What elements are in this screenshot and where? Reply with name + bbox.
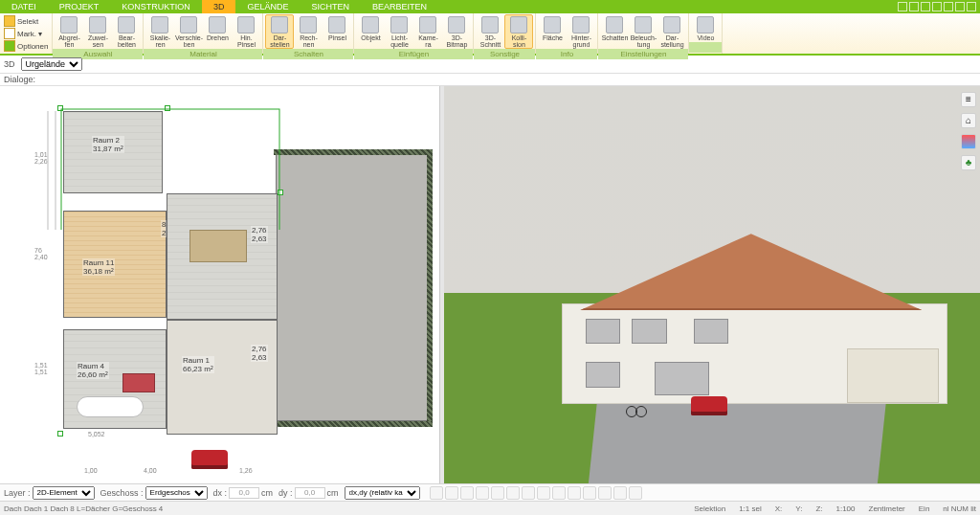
ribbon-btn-flaeche[interactable]: Fläche [538, 14, 567, 49]
ribbon-btn-abgreifen[interactable]: Abgrei- fen [55, 14, 83, 49]
bottom-toolbar: Layer : 2D-Element Geschoss : Erdgeschos… [0, 483, 980, 501]
tree-icon[interactable]: ♣ [961, 155, 976, 170]
tool-icon[interactable] [629, 486, 642, 500]
pane-3d-view[interactable]: ≡ ⌂ ♣ [444, 86, 980, 483]
ribbon-btn-objekt[interactable]: Objekt [356, 14, 385, 49]
ribbon-group-material: Skalie- renVerschie- benDrehenHin. Pinse… [144, 13, 263, 54]
ribbon-btn-label: Video [698, 34, 715, 41]
bottom-icon-row [430, 486, 642, 500]
ribbon-btn-video[interactable]: Video [691, 14, 720, 42]
ribbon-btn-kamera[interactable]: Kame- ra [413, 14, 442, 49]
coord-mode-select[interactable]: dx,dy (relativ ka [345, 486, 420, 500]
tool-icon[interactable] [491, 486, 504, 500]
sys-icon[interactable] [909, 2, 919, 11]
status-unit: Zentimeter [869, 504, 905, 513]
objekt-icon [362, 16, 379, 34]
dx-input[interactable] [229, 487, 259, 499]
material-icon[interactable] [961, 134, 976, 149]
dim-left-low: 1,51 1,51 [34, 362, 48, 375]
ribbon-btn-pinsel[interactable]: Pinsel [323, 14, 351, 49]
ribbon-btn-zuweisen[interactable]: Zuwei- sen [83, 14, 112, 49]
sys-icon[interactable] [932, 2, 942, 11]
dy-input[interactable] [295, 487, 325, 499]
status-bar: Dach Dach 1 Dach 8 L=Dächer G=Geschoss 4… [0, 501, 980, 515]
ribbon-btn-rechnen[interactable]: Rech- nen [294, 14, 323, 49]
ribbon-btn-3d-bitmap[interactable]: 3D- Bitmap [442, 14, 471, 49]
menu-tab-konstruktion[interactable]: KONSTRUKTION [110, 0, 202, 13]
room1-label: Raum 1 66,23 m² [182, 356, 214, 373]
ribbon-btn-lichtquelle[interactable]: Licht- quelle [385, 14, 413, 49]
mark-toggle[interactable]: Mark. ▾ [4, 28, 48, 39]
tool-icon[interactable] [613, 486, 627, 500]
tool-icon[interactable] [460, 486, 474, 500]
menu-tab-sichten[interactable]: SICHTEN [300, 0, 361, 13]
workspace: Raum 2 31,87 m² Raum 11 36,18 m² 88° 2,0… [0, 86, 980, 483]
tool-icon[interactable] [522, 486, 535, 500]
sys-icon[interactable] [898, 2, 907, 11]
tool-icon[interactable] [445, 486, 458, 500]
dim-bottom-c: 4,00 [144, 467, 157, 474]
ribbon-btn-hin-pinsel[interactable]: Hin. Pinsel [232, 14, 260, 49]
flaeche-icon [544, 16, 561, 34]
options-toggle[interactable]: Optionen [4, 40, 48, 52]
status-y: Y: [795, 504, 802, 513]
dy-unit: cm [327, 488, 339, 498]
options-label: Optionen [17, 42, 48, 51]
ribbon-btn-darstellen[interactable]: Dar- stellen [265, 14, 294, 49]
menu-tab-datei[interactable]: DATEI [0, 0, 48, 13]
ribbon-btn-label: Pinsel [328, 34, 346, 41]
verschieben-icon [180, 16, 197, 34]
tool-icon[interactable] [476, 486, 489, 500]
room11-label: Raum 11 36,18 m² [82, 258, 115, 276]
darstellung-icon [663, 16, 680, 34]
layer-select[interactable]: 2D-Element [33, 486, 95, 500]
geschoss-select[interactable]: Erdgeschos [145, 486, 208, 500]
dim-left-mid: 76 2,40 [34, 247, 48, 260]
tool-icon[interactable] [598, 486, 612, 500]
ribbon-btn-beleuchtung[interactable]: Beleuch- tung [629, 14, 657, 49]
ribbon-btn-verschieben[interactable]: Verschie- ben [174, 14, 203, 49]
tool-icon[interactable] [537, 486, 550, 500]
layer-dropdown[interactable]: Urgelände [21, 57, 82, 71]
ribbon-btn-kollision[interactable]: Kolli- sion [504, 14, 533, 49]
sys-icon[interactable] [967, 2, 976, 11]
menu-tab-bearbeiten[interactable]: BEARBEITEN [361, 0, 438, 13]
dx-unit: cm [261, 488, 273, 498]
ribbon-btn-label: Schatten [602, 34, 629, 41]
ribbon-btn-drehen[interactable]: Drehen [203, 14, 232, 49]
layers-icon[interactable]: ≡ [961, 92, 976, 107]
ribbon-btn-darstellung[interactable]: Dar- stellung [657, 14, 686, 49]
hin-pinsel-icon [237, 16, 255, 34]
ribbon-btn-hintergrund[interactable]: Hinter- grund [567, 14, 595, 49]
select-toggle[interactable]: Selekt [4, 15, 48, 27]
ribbon-btn-label: Objekt [361, 34, 380, 41]
tool-icon[interactable] [568, 486, 581, 500]
menu-tabs: DATEIPROJEKTKONSTRUKTION3DGELÄNDESICHTEN… [0, 0, 980, 13]
menu-tab-gelände[interactable]: GELÄNDE [235, 0, 300, 13]
menu-tab-projekt[interactable]: PROJEKT [48, 0, 111, 13]
ribbon-btn-3d-schnitt[interactable]: 3D- Schnitt [476, 14, 504, 49]
home-icon[interactable]: ⌂ [961, 113, 976, 128]
skalieren-icon [151, 16, 168, 34]
kamera-icon [419, 16, 436, 34]
tool-icon[interactable] [583, 486, 596, 500]
sys-icon[interactable] [944, 2, 953, 11]
pane-2d-plan[interactable]: Raum 2 31,87 m² Raum 11 36,18 m² 88° 2,0… [0, 86, 440, 483]
schatten-icon [606, 16, 623, 34]
ribbon-btn-bearbeiten[interactable]: Bear- beiten [112, 14, 141, 49]
window-sys-icons [898, 2, 980, 11]
tool-icon[interactable] [506, 486, 520, 500]
video-icon [697, 16, 714, 34]
ribbon-group-auswahl: Abgrei- fenZuwei- senBear- beitenAuswahl [53, 13, 144, 54]
ribbon-btn-schatten[interactable]: Schatten [600, 14, 629, 49]
tool-icon[interactable] [430, 486, 443, 500]
kollision-icon [510, 16, 527, 34]
sys-icon[interactable] [955, 2, 965, 11]
status-z: Z: [815, 504, 822, 513]
tool-icon[interactable] [552, 486, 566, 500]
sys-icon[interactable] [921, 2, 930, 11]
ribbon-group-misc: Video [689, 13, 723, 54]
select-icon [4, 15, 15, 27]
ribbon-btn-skalieren[interactable]: Skalie- ren [145, 14, 174, 49]
menu-tab-3d[interactable]: 3D [202, 0, 236, 13]
